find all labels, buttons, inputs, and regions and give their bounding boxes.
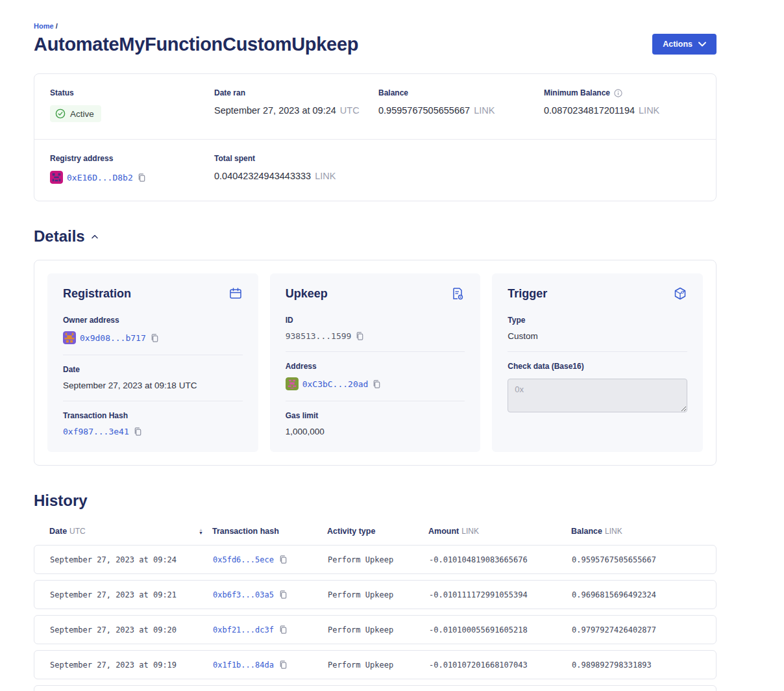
sort-icon[interactable]: ▲ ▼ bbox=[199, 528, 203, 534]
table-row: September 27, 2023 at 09:19 0x1f1b...84d… bbox=[34, 650, 717, 679]
date-column-label: Date bbox=[49, 527, 67, 536]
upkeep-title: Upkeep bbox=[286, 287, 328, 301]
upkeep-address-label: Address bbox=[286, 362, 465, 371]
check-circle-icon bbox=[55, 108, 66, 119]
actions-button-label: Actions bbox=[663, 40, 692, 49]
document-gear-icon bbox=[450, 286, 465, 301]
gas-limit-label: Gas limit bbox=[286, 411, 465, 420]
check-data-label: Check data (Base16) bbox=[508, 362, 687, 371]
row-amount: -0.010104819083665676 bbox=[429, 555, 572, 564]
row-activity-type: Perform Upkeep bbox=[328, 625, 429, 634]
transaction-hash-link[interactable]: 0xf987...3e41 bbox=[63, 427, 129, 436]
actions-button[interactable]: Actions bbox=[652, 34, 717, 55]
column-header-transaction-hash: Transaction hash bbox=[212, 527, 327, 536]
copy-icon[interactable] bbox=[372, 379, 382, 389]
copy-icon[interactable] bbox=[278, 660, 288, 670]
total-spent-value: 0.04042324943443333 bbox=[214, 171, 311, 181]
history-table-header: DateUTC ▲ ▼ Transaction hash Activity ty… bbox=[34, 527, 717, 545]
registration-card: Registration Owner address 0x9d08...b717 bbox=[47, 273, 258, 452]
registration-date-field: Date September 27, 2023 at 09:18 UTC bbox=[63, 355, 243, 401]
status-field: Status Active bbox=[50, 88, 214, 122]
table-row: September 27, 2023 at 09:20 0xbf21...dc3… bbox=[34, 615, 717, 644]
row-activity-type: Perform Upkeep bbox=[328, 555, 429, 564]
row-date: September 27, 2023 at 09:19 bbox=[34, 660, 213, 670]
total-spent-field: Total spent 0.04042324943443333 LINK bbox=[214, 154, 378, 184]
trigger-type-value: Custom bbox=[508, 331, 687, 341]
details-heading: Details bbox=[34, 227, 85, 245]
row-transaction-hash-link[interactable]: 0xb6f3...03a5 bbox=[213, 590, 274, 599]
breadcrumb-separator: / bbox=[56, 22, 58, 30]
column-header-date[interactable]: DateUTC ▲ ▼ bbox=[34, 527, 212, 536]
table-row: September 27, 2023 at 09:21 0xb6f3...03a… bbox=[34, 580, 717, 609]
summary-card: Status Active Date ran September 27, 202… bbox=[34, 73, 717, 201]
gas-limit-value: 1,000,000 bbox=[286, 427, 465, 436]
collapse-chevron-up-icon[interactable] bbox=[92, 234, 98, 239]
row-activity-type: Perform Upkeep bbox=[328, 590, 429, 599]
row-amount: -0.010107201668107043 bbox=[429, 660, 572, 670]
min-balance-field: Minimum Balance 0.0870234817201194 LINK bbox=[544, 88, 700, 122]
total-spent-label: Total spent bbox=[214, 154, 378, 163]
upkeep-id-field: ID 938513...1599 bbox=[286, 306, 465, 352]
calendar-icon bbox=[228, 286, 243, 301]
trigger-title: Trigger bbox=[508, 287, 547, 301]
row-date: September 27, 2023 at 09:24 bbox=[34, 555, 213, 564]
check-data-textarea[interactable] bbox=[508, 379, 687, 412]
copy-icon[interactable] bbox=[137, 173, 147, 182]
cube-icon bbox=[673, 286, 687, 301]
balance-field: Balance 0.9595767505655667 LINK bbox=[378, 88, 544, 122]
row-date: September 27, 2023 at 09:21 bbox=[34, 590, 213, 599]
upkeep-address-field: Address 0xC3bC...20ad bbox=[286, 352, 465, 401]
owner-address-label: Owner address bbox=[63, 316, 243, 325]
registration-title: Registration bbox=[63, 287, 131, 301]
status-badge: Active bbox=[50, 105, 101, 122]
copy-icon[interactable] bbox=[133, 427, 143, 436]
table-row: September 27, 2023 at 09:18 0xf987...3e4… bbox=[34, 685, 717, 691]
date-ran-unit: UTC bbox=[340, 105, 360, 116]
column-header-balance: BalanceLINK bbox=[571, 527, 717, 536]
column-header-amount: AmountLINK bbox=[428, 527, 571, 536]
row-transaction-hash-link[interactable]: 0xbf21...dc3f bbox=[213, 625, 274, 634]
upkeep-address-link[interactable]: 0xC3bC...20ad bbox=[302, 379, 369, 389]
registry-identicon bbox=[50, 171, 63, 184]
row-activity-type: Perform Upkeep bbox=[328, 660, 429, 670]
check-data-field: Check data (Base16) bbox=[508, 352, 687, 415]
date-ran-label: Date ran bbox=[214, 88, 378, 97]
chevron-down-icon bbox=[698, 42, 706, 47]
amount-column-unit: LINK bbox=[461, 527, 479, 536]
registry-address-link[interactable]: 0xE16D...D8b2 bbox=[67, 173, 133, 182]
balance-column-label: Balance bbox=[571, 527, 602, 536]
page-title: AutomateMyFunctionCustomUpkeep bbox=[34, 34, 358, 55]
balance-value: 0.9595767505655667 bbox=[378, 105, 470, 116]
trigger-type-field: Type Custom bbox=[508, 306, 687, 352]
page-container: Home / AutomateMyFunctionCustomUpkeep Ac… bbox=[34, 0, 717, 691]
row-balance: 0.989892798331893 bbox=[572, 660, 716, 670]
upkeep-id-value: 938513...1599 bbox=[286, 331, 352, 341]
row-balance: 0.9797927426402877 bbox=[572, 625, 716, 634]
trigger-type-label: Type bbox=[508, 316, 687, 325]
copy-icon[interactable] bbox=[150, 333, 160, 343]
status-label: Status bbox=[50, 88, 214, 97]
copy-icon[interactable] bbox=[278, 625, 288, 634]
registry-address-label: Registry address bbox=[50, 154, 214, 163]
table-row: September 27, 2023 at 09:24 0x5fd6...5ec… bbox=[34, 545, 717, 574]
row-balance: 0.9595767505655667 bbox=[572, 555, 716, 564]
row-transaction-hash-link[interactable]: 0x5fd6...5ece bbox=[213, 555, 274, 564]
row-balance: 0.9696815696492324 bbox=[572, 590, 716, 599]
balance-label: Balance bbox=[378, 88, 544, 97]
trigger-card: Trigger Type Custom Check data (Base16) bbox=[492, 273, 703, 452]
row-amount: -0.010100055691605218 bbox=[429, 625, 572, 634]
history-heading: History bbox=[34, 492, 88, 510]
breadcrumb-home-link[interactable]: Home bbox=[34, 22, 54, 30]
status-badge-text: Active bbox=[70, 109, 94, 119]
copy-icon[interactable] bbox=[278, 555, 288, 564]
copy-icon[interactable] bbox=[278, 590, 288, 599]
row-amount: -0.010111172991055394 bbox=[429, 590, 572, 599]
registration-date-label: Date bbox=[63, 365, 243, 374]
info-icon[interactable] bbox=[614, 89, 622, 97]
owner-address-link[interactable]: 0x9d08...b717 bbox=[80, 333, 146, 343]
row-transaction-hash-link[interactable]: 0x1f1b...84da bbox=[213, 660, 274, 670]
transaction-hash-label: Transaction Hash bbox=[63, 411, 243, 420]
balance-column-unit: LINK bbox=[605, 527, 622, 536]
copy-icon[interactable] bbox=[355, 331, 365, 341]
date-ran-field: Date ran September 27, 2023 at 09:24 UTC bbox=[214, 88, 378, 122]
